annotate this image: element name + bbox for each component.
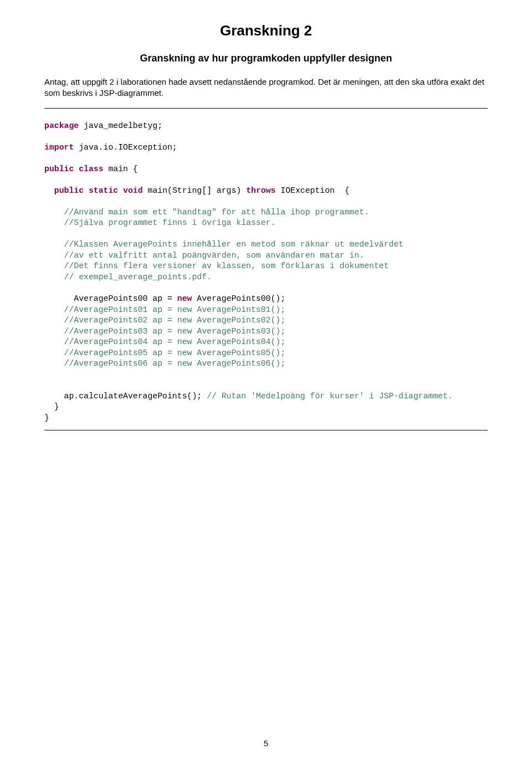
code-comment: //Klassen AveragePoints innehåller en me…	[64, 240, 404, 249]
code-comment: //Använd main som ett "handtag" för att …	[64, 208, 370, 217]
code-comment: // Rutan 'Medelpoäng för kurser' i JSP-d…	[207, 392, 453, 401]
keyword-static: static	[89, 186, 118, 195]
page-subtitle: Granskning av hur programkoden uppfyller…	[44, 53, 488, 64]
code-text: AveragePoints00();	[192, 294, 285, 303]
code-comment: //AveragePoints04 ap = new AveragePoints…	[44, 337, 285, 346]
code-comment: //AveragePoints02 ap = new AveragePoints…	[44, 316, 285, 325]
keyword-throws: throws	[246, 186, 275, 195]
code-text: java.io.IOException;	[74, 143, 177, 152]
code-text: main {	[104, 165, 138, 173]
keyword-public: public	[54, 186, 84, 195]
code-comment: //AveragePoints01 ap = new AveragePoints…	[44, 305, 285, 314]
code-text: java_medelbetyg;	[79, 121, 162, 130]
code-text: }	[44, 402, 59, 411]
keyword-public: public	[44, 165, 74, 173]
code-comment: //AveragePoints05 ap = new AveragePoints…	[44, 348, 285, 357]
keyword-class: class	[79, 165, 103, 173]
document-page: Granskning 2 Granskning av hur programko…	[0, 0, 532, 759]
keyword-void: void	[123, 186, 143, 195]
code-comment: //AveragePoints06 ap = new AveragePoints…	[44, 359, 285, 368]
divider-bottom	[44, 430, 488, 430]
code-comment: // exempel_average_points.pdf.	[64, 273, 212, 281]
code-comment: //Själva programmet finns i övriga klass…	[64, 218, 276, 227]
code-text: main(String[] args)	[143, 186, 246, 195]
page-title: Granskning 2	[44, 22, 488, 39]
keyword-import: import	[44, 143, 74, 152]
code-text: ap.calculateAveragePoints();	[44, 392, 207, 401]
code-text: }	[44, 413, 49, 422]
page-number: 5	[0, 739, 532, 748]
code-text: AveragePoints00 ap =	[44, 294, 177, 303]
code-comment: //av ett valfritt antal poängvärden, som…	[64, 251, 365, 260]
code-comment: //Det finns flera versioner av klassen, …	[64, 261, 389, 270]
code-comment: //AveragePoints03 ap = new AveragePoints…	[44, 327, 285, 336]
keyword-new: new	[177, 294, 192, 303]
code-block: package java_medelbetyg; import java.io.…	[44, 121, 488, 424]
keyword-package: package	[44, 121, 79, 130]
divider-top	[44, 108, 488, 109]
code-text: IOException {	[275, 186, 349, 195]
intro-paragraph: Antag, att uppgift 2 i laborationen hade…	[44, 76, 488, 99]
